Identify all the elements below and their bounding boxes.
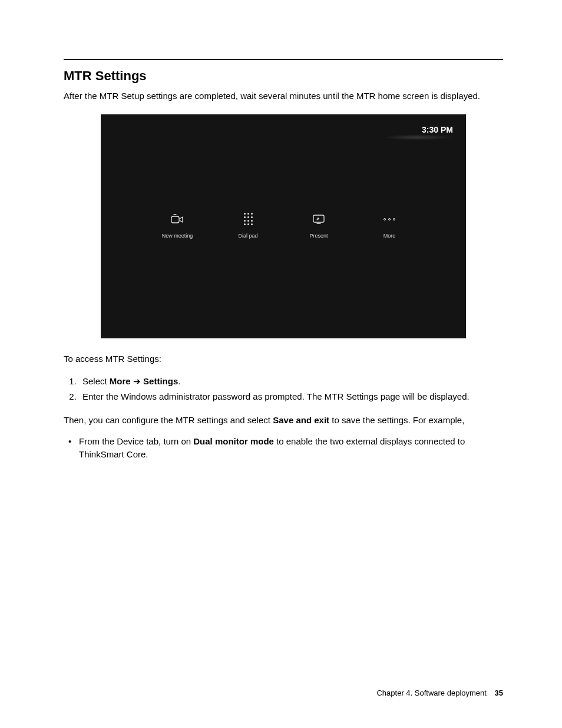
bullet-1: From the Device tab, turn on Dual monito… xyxy=(66,435,503,462)
intro-paragraph: After the MTR Setup settings are complet… xyxy=(64,90,503,103)
page-footer: Chapter 4. Software deployment 35 xyxy=(376,689,503,697)
more-icon xyxy=(384,212,395,227)
present-button[interactable]: Present xyxy=(298,212,339,239)
bullet-1-a: From the Device tab, turn on xyxy=(79,436,193,446)
step-2: Enter the Windows administrator password… xyxy=(79,389,503,404)
new-meeting-label: New meeting xyxy=(162,233,193,239)
video-camera-icon xyxy=(170,212,185,227)
step-1-period: . xyxy=(178,376,180,386)
then-a: Then, you can configure the MTR settings… xyxy=(64,415,273,425)
step-1-settings: Settings xyxy=(143,376,178,386)
section-rule xyxy=(64,59,503,60)
section-title: MTR Settings xyxy=(64,68,503,84)
footer-chapter: Chapter 4. Software deployment xyxy=(376,689,486,697)
bullet-list: From the Device tab, turn on Dual monito… xyxy=(66,435,503,462)
step-1-text-a: Select xyxy=(82,376,110,386)
dial-pad-label: Dial pad xyxy=(238,233,257,239)
more-button[interactable]: More xyxy=(369,212,410,239)
blur-smudge xyxy=(382,134,453,140)
bullet-1-dual-monitor: Dual monitor mode xyxy=(193,436,274,446)
dial-pad-button[interactable]: Dial pad xyxy=(227,212,269,239)
then-c: to save the settings. For example, xyxy=(329,415,464,425)
action-row: New meeting Dial pad xyxy=(101,212,466,239)
present-label: Present xyxy=(309,233,328,239)
svg-rect-0 xyxy=(171,216,179,223)
new-meeting-button[interactable]: New meeting xyxy=(157,212,198,239)
present-icon xyxy=(312,212,326,227)
steps-list: Select More ➔ Settings. Enter the Window… xyxy=(79,374,503,405)
more-label: More xyxy=(384,233,396,239)
step-1-more: More xyxy=(110,376,131,386)
dialpad-icon xyxy=(244,212,253,227)
clock-label: 3:30 PM xyxy=(422,125,453,134)
step-1-arrow: ➔ xyxy=(131,376,143,386)
step-1: Select More ➔ Settings. xyxy=(79,374,503,389)
mtr-home-screenshot: 3:30 PM New meeting xyxy=(101,114,466,338)
footer-page-number: 35 xyxy=(495,689,503,697)
access-intro: To access MTR Settings: xyxy=(64,353,503,365)
then-paragraph: Then, you can configure the MTR settings… xyxy=(64,414,503,427)
then-save-exit: Save and exit xyxy=(273,415,329,425)
